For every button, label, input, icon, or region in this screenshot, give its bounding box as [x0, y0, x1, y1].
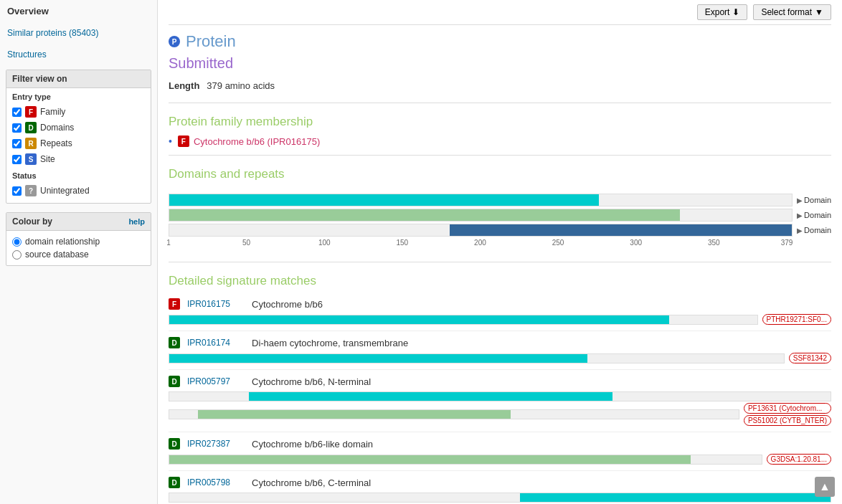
- axis-label-3: 150: [396, 239, 408, 247]
- status-checkbox-unintegrated[interactable]: [12, 186, 22, 196]
- axis-labels: 150100150200250300350379: [169, 239, 787, 249]
- domain-label-text-0: Domain: [804, 196, 831, 204]
- domain-bar-row-0: ▶ Domain: [169, 194, 831, 206]
- sig-bar-IPR005797-1: [198, 410, 511, 419]
- sig-bar-area-IPR005797-0: [169, 391, 831, 401]
- axis-label-1: 50: [242, 239, 250, 247]
- sig-bar-row-IPR005797-0: [169, 391, 831, 401]
- badge-site: S: [25, 153, 37, 165]
- domain-label-text-2: Domain: [804, 226, 831, 234]
- sig-id-IPR005798[interactable]: IPR005798: [187, 477, 245, 488]
- top-bar: Export ⬇ Select format ▼: [169, 0, 831, 25]
- family-item: • F Cytochrome b/b6 (IPR016175): [169, 133, 831, 149]
- colour-by-help-link[interactable]: help: [128, 217, 145, 226]
- sig-header-IPR005797: D IPR005797 Cytochrome b/b6, N-terminal: [169, 374, 831, 390]
- sig-name-IPR005798: Cytochrome b/b6, C-terminal: [252, 477, 371, 488]
- sig-entry-IPR027387: D IPR027387 Cytochrome b/b6-like domain …: [169, 432, 831, 471]
- sig-section-title: Detailed signature matches: [169, 268, 831, 293]
- status-label: Status: [12, 171, 145, 180]
- similar-proteins-link[interactable]: Similar proteins (85403): [0, 22, 157, 44]
- export-button[interactable]: Export ⬇: [697, 4, 748, 20]
- badge-family: F: [25, 106, 37, 118]
- sig-bar-IPR005798-0: [520, 493, 831, 502]
- filter-section-header: Filter view on: [6, 70, 151, 88]
- domain-bar-row-2: ▶ Domain: [169, 224, 831, 237]
- length-row: Length 379 amino acids: [169, 77, 831, 97]
- axis-label-0: 1: [166, 239, 171, 247]
- radio-domain_relationship[interactable]: [12, 237, 22, 247]
- filter-label-domains: Domains: [40, 123, 74, 133]
- sig-bar-row-IPR016175-0: PTHR19271:SF0...: [169, 314, 831, 325]
- axis-label-6: 300: [630, 239, 642, 247]
- sig-bar-area-IPR016175-0: [169, 315, 758, 325]
- filter-checkbox-site[interactable]: [12, 155, 22, 164]
- domain-bar-row-1: ▶ Domain: [169, 209, 831, 222]
- chart-area-1: [169, 209, 793, 222]
- sig-id-IPR005797[interactable]: IPR005797: [187, 376, 245, 386]
- sig-pill-IPR027387[interactable]: G3DSA:1.20.81...: [767, 454, 831, 465]
- sig-pill2-IPR005797[interactable]: PS51002 (CYTB_NTER): [744, 415, 831, 426]
- filter-item-family: F Family: [12, 104, 145, 120]
- sig-id-IPR016175[interactable]: IPR016175: [187, 299, 245, 309]
- divider-3: [169, 262, 831, 262]
- protein-badge: P: [169, 36, 180, 47]
- colour-by-title: Colour by: [12, 217, 52, 227]
- sig-id-IPR016174[interactable]: IPR016174: [187, 338, 245, 348]
- submitted-title: Submitted: [169, 54, 831, 77]
- colour-label-source_database: source database: [25, 249, 89, 260]
- structures-anchor[interactable]: Structures: [7, 49, 47, 60]
- status-label-unintegrated: Unintegrated: [40, 186, 90, 196]
- sig-pill-IPR016175[interactable]: PTHR19271:SF0...: [762, 314, 831, 325]
- sig-badge-IPR016175: F: [169, 298, 180, 310]
- export-icon: ⬇: [732, 7, 739, 17]
- sig-pill-IPR016174[interactable]: SSF81342: [789, 353, 831, 363]
- main-content: Export ⬇ Select format ▼ P Protein Submi…: [158, 0, 842, 504]
- select-format-button[interactable]: Select format ▼: [753, 4, 831, 20]
- sig-header-IPR016175: F IPR016175 Cytochrome b/b6: [169, 297, 831, 313]
- status-item-unintegrated: ? Unintegrated: [12, 183, 145, 199]
- sig-header-IPR016174: D IPR016174 Di-haem cytochrome, transmem…: [169, 336, 831, 351]
- similar-proteins-anchor[interactable]: Similar proteins (85403): [7, 28, 98, 38]
- axis-label-4: 200: [474, 239, 486, 247]
- family-link[interactable]: Cytochrome b/b6 (IPR016175): [194, 136, 320, 147]
- sig-pill-IPR005797[interactable]: PF13631 (Cytochrom...: [744, 403, 831, 414]
- arrow-icon-2: ▶: [797, 227, 803, 234]
- axis-label-2: 100: [318, 239, 331, 247]
- scroll-top-button[interactable]: ▲: [815, 477, 835, 497]
- sig-badge-IPR016174: D: [169, 337, 180, 348]
- sig-bar-row-IPR016174-0: SSF81342: [169, 353, 831, 363]
- sig-pills-IPR005797: PF13631 (Cytochrom...PS51002 (CYTB_NTER): [744, 403, 831, 426]
- overview-title: Overview: [0, 0, 157, 22]
- radio-source_database[interactable]: [12, 250, 22, 260]
- sig-id-IPR027387[interactable]: IPR027387: [187, 439, 245, 449]
- domains-section-title: Domains and repeats: [169, 161, 831, 186]
- filter-checkbox-repeats[interactable]: [12, 139, 22, 148]
- sig-pills-IPR016175: PTHR19271:SF0...: [762, 314, 831, 325]
- sig-bar-row-IPR005797-1: PF13631 (Cytochrom...PS51002 (CYTB_NTER): [169, 403, 831, 426]
- filter-label-site: Site: [40, 154, 55, 164]
- chart-bar-1: [169, 209, 680, 221]
- colour-by-header: Colour by help: [6, 213, 151, 231]
- entry-type-label: Entry type: [12, 92, 145, 101]
- badge-unintegrated: ?: [25, 185, 37, 196]
- sig-name-IPR027387: Cytochrome b/b6-like domain: [252, 439, 373, 450]
- filter-checkbox-domains[interactable]: [12, 123, 22, 133]
- sig-pills-IPR027387: G3DSA:1.20.81...: [767, 454, 831, 465]
- chart-area-2: [169, 224, 793, 237]
- filter-label-family: Family: [40, 107, 65, 117]
- sig-bar-area-IPR027387-0: [169, 455, 762, 465]
- chart-bar-0: [169, 194, 599, 206]
- structures-link[interactable]: Structures: [0, 44, 157, 65]
- status-items: ? Unintegrated: [12, 183, 145, 199]
- filter-item-site: S Site: [12, 151, 145, 167]
- chart-area-0: [169, 194, 793, 206]
- filter-section: Filter view on Entry type F Family D Dom…: [6, 70, 151, 204]
- family-items: • F Cytochrome b/b6 (IPR016175): [169, 133, 831, 149]
- protein-header: P Protein: [169, 25, 831, 54]
- sidebar: Overview Similar proteins (85403) Struct…: [0, 0, 158, 504]
- colour-option-source_database: source database: [12, 248, 145, 261]
- protein-title: Protein: [186, 32, 236, 51]
- sig-name-IPR016175: Cytochrome b/b6: [252, 299, 323, 310]
- filter-checkbox-family[interactable]: [12, 108, 22, 117]
- axis-label-7: 350: [708, 239, 720, 247]
